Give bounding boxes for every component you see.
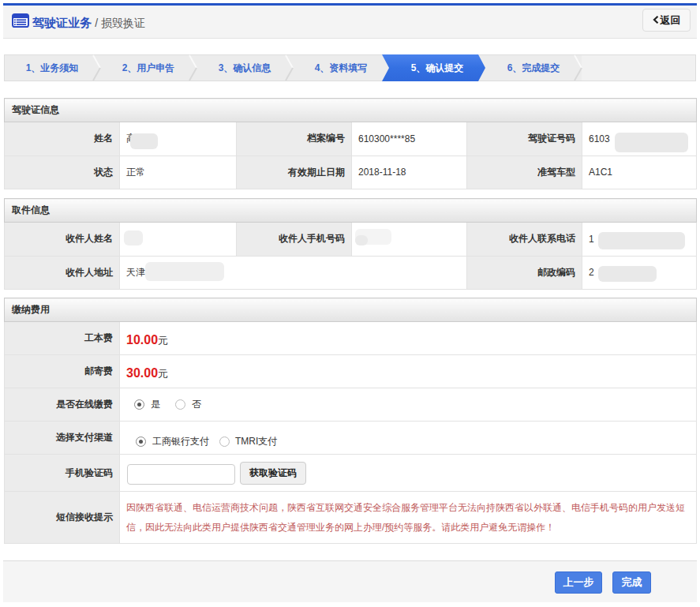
svg-text:4、资料填写: 4、资料填写 [315,62,368,73]
svg-text:3、确认信息: 3、确认信息 [219,62,272,73]
svg-text:6、完成提交: 6、完成提交 [507,62,560,73]
svg-text:2、用户申告: 2、用户申告 [122,62,175,73]
svg-text:5、确认提交: 5、确认提交 [411,62,464,73]
svg-text:1、业务须知: 1、业务须知 [26,62,79,73]
